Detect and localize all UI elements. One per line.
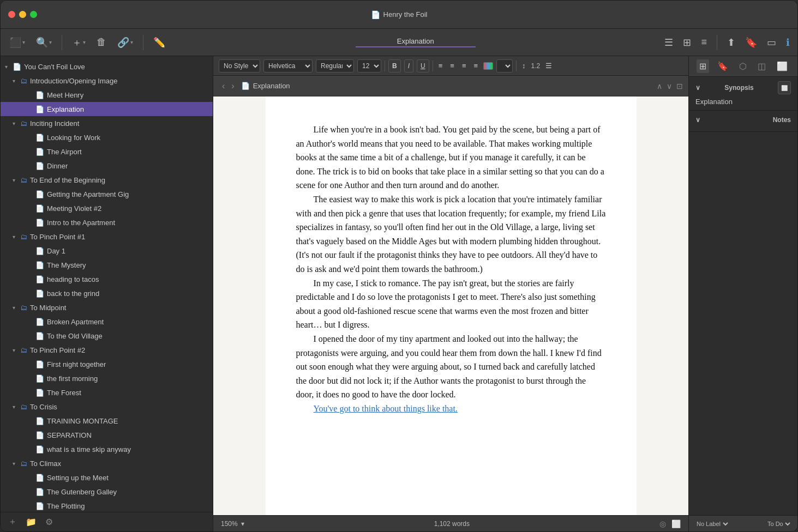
scrivenings-icon: ☰: [664, 37, 673, 49]
snapshot-btn[interactable]: ▭: [765, 34, 778, 51]
sidebar-item-mystery[interactable]: ▸ 📄 The Mystery: [1, 258, 213, 272]
status-select[interactable]: To Do: [765, 520, 792, 528]
fullscreen-button[interactable]: [30, 11, 37, 18]
sidebar-item-back-to-grind[interactable]: ▸ 📄 back to the grind: [1, 286, 213, 300]
sidebar-item-meet-henry[interactable]: ▸ 📄 Meet Henry: [1, 88, 213, 102]
folder-icon: 🗂: [20, 233, 27, 241]
notes-header[interactable]: ∨ Notes: [695, 116, 791, 124]
inspector-tab-notes[interactable]: ⊞: [697, 59, 709, 73]
inspector-tab-bookmark[interactable]: 🔖: [715, 59, 731, 73]
sidebar-item-to-end-beginning[interactable]: ▾ 🗂 To End of the Beginning: [1, 173, 213, 187]
sidebar-item-introduction[interactable]: ▾ 🗂 Introduction/Opening Image: [1, 74, 213, 88]
sidebar-item-intro-apt[interactable]: ▸ 📄 Intro to the Apartment: [1, 215, 213, 229]
sidebar-item-heading-tacos[interactable]: ▸ 📄 heading to tacos: [1, 272, 213, 286]
sidebar-item-broken-apt[interactable]: ▸ 📄 Broken Apartment: [1, 315, 213, 329]
sidebar-item-first-morning[interactable]: ▸ 📄 the first morning: [1, 371, 213, 385]
layout-icon[interactable]: ⬜: [671, 519, 681, 528]
sidebar-item-setting-up-meet[interactable]: ▸ 📄 Setting up the Meet: [1, 470, 213, 485]
folder-icon: 🗂: [20, 176, 27, 184]
sidebar-item-to-climax[interactable]: ▾ 🗂 To Climax: [1, 456, 213, 470]
title-doc-icon: 📄: [371, 10, 380, 19]
view-scrivenings-btn[interactable]: ☰: [662, 34, 675, 51]
sidebar-item-to-crisis[interactable]: ▾ 🗂 To Crisis: [1, 400, 213, 414]
underline-button[interactable]: U: [417, 59, 429, 72]
binder-button[interactable]: ⬛ ▾: [6, 34, 28, 51]
share-btn[interactable]: ⬆: [725, 34, 737, 51]
sidebar-item-gutenberg-galley[interactable]: ▸ 📄 The Gutenberg Galley: [1, 485, 213, 499]
sidebar-item-the-airport[interactable]: ▸ 📄 The Airport: [1, 144, 213, 159]
nav-split-button[interactable]: ⊡: [676, 82, 683, 90]
paragraph-1: Life when you're in a book isn't bad. Yo…: [296, 123, 606, 192]
corkboard-icon: ⊞: [683, 37, 691, 49]
sidebar-item-explanation[interactable]: ▸ 📄 Explanation: [1, 102, 213, 116]
color-swatch[interactable]: [483, 62, 493, 70]
align-justify-button[interactable]: ≡: [471, 61, 480, 71]
inspector-tab-snapshots[interactable]: ◫: [755, 59, 769, 73]
nav-down-button[interactable]: ∨: [667, 82, 672, 90]
color-select[interactable]: [496, 59, 513, 72]
sidebar-item-meeting-violet[interactable]: ▸ 📄 Meeting Violet #2: [1, 201, 213, 215]
view-outline-btn[interactable]: ≡: [699, 34, 709, 50]
add-button[interactable]: ＋ ▾: [69, 34, 89, 51]
synopsis-image-placeholder[interactable]: ⬜: [778, 81, 791, 94]
info-btn[interactable]: ℹ: [784, 34, 792, 51]
document-title-input[interactable]: [356, 37, 476, 47]
add-folder-button[interactable]: 📁: [23, 516, 39, 528]
sidebar-item-time-skip[interactable]: ▸ 📄 what is a time skip anyway: [1, 442, 213, 456]
close-button[interactable]: [8, 11, 15, 18]
align-center-button[interactable]: ≡: [448, 61, 457, 71]
sidebar-label: back to the grind: [47, 289, 207, 298]
delete-button[interactable]: 🗑: [93, 34, 110, 50]
inspector-tab-links[interactable]: ⬡: [736, 59, 749, 73]
nav-back-button[interactable]: ‹: [219, 80, 228, 92]
sidebar-item-looking-for-work[interactable]: ▸ 📄 Looking for Work: [1, 130, 213, 144]
sidebar-item-to-midpoint[interactable]: ▾ 🗂 To Midpoint: [1, 300, 213, 315]
add-scene-button[interactable]: ＋: [6, 515, 19, 529]
folder-icon: 🗂: [20, 460, 27, 468]
sidebar-item-first-night[interactable]: ▸ 📄 First night together: [1, 357, 213, 371]
align-left-button[interactable]: ≡: [436, 61, 445, 71]
sidebar-item-training-montage[interactable]: ▸ 📄 TRAINING MONTAGE: [1, 414, 213, 428]
style-select[interactable]: No Style: [219, 59, 260, 72]
link-button[interactable]: 🔗 ▾: [114, 34, 136, 51]
sidebar-item-dinner[interactable]: ▸ 📄 Dinner: [1, 159, 213, 173]
line-spacing-button[interactable]: ↕: [520, 61, 528, 71]
font-select[interactable]: Helvetica: [263, 59, 313, 72]
sidebar-item-inciting-incident[interactable]: ▾ 🗂 Inciting Incident: [1, 116, 213, 130]
editor-content-area[interactable]: Life when you're in a book isn't bad. Yo…: [213, 96, 688, 515]
sidebar-item-getting-apt-gig[interactable]: ▸ 📄 Getting the Apartment Gig: [1, 187, 213, 201]
bold-button[interactable]: B: [388, 59, 401, 72]
label-select[interactable]: No Label: [694, 520, 730, 528]
outline-icon: ≡: [701, 37, 707, 48]
sidebar-item-day-1[interactable]: ▸ 📄 Day 1: [1, 244, 213, 258]
target-icon[interactable]: ◎: [659, 519, 666, 528]
doc-icon: 📄: [35, 445, 44, 454]
minimize-button[interactable]: [19, 11, 26, 18]
synopsis-header[interactable]: ∨ Synopsis ⬜: [695, 81, 791, 94]
sidebar-item-the-plotting[interactable]: ▸ 📄 The Plotting: [1, 499, 213, 512]
doc-hyperlink[interactable]: You've got to think about things like th…: [314, 404, 458, 413]
size-select[interactable]: 12: [357, 59, 381, 72]
sidebar-label: what is a time skip anyway: [47, 445, 207, 454]
inspector-tab-comments[interactable]: ⬜: [774, 59, 790, 73]
search-button[interactable]: 🔍 ▾: [33, 34, 55, 51]
sidebar-item-to-pinch-1[interactable]: ▾ 🗂 To Pinch Point #1: [1, 229, 213, 244]
bookmark-btn[interactable]: 🔖: [743, 34, 759, 51]
view-corkboard-btn[interactable]: ⊞: [681, 34, 693, 51]
doc-icon: 📄: [35, 190, 44, 198]
nav-forward-button[interactable]: ›: [228, 80, 237, 92]
sidebar-item-root[interactable]: ▾ 📄 You Can't Foil Love: [1, 59, 213, 74]
arrow-icon: ▾: [13, 234, 20, 240]
sidebar-item-the-forest[interactable]: ▸ 📄 The Forest: [1, 385, 213, 400]
weight-select[interactable]: Regular: [316, 59, 354, 72]
edit-button[interactable]: ✏️: [150, 34, 169, 51]
nav-up-button[interactable]: ∧: [657, 82, 662, 90]
sidebar-label: Introduction/Opening Image: [30, 77, 207, 85]
italic-button[interactable]: I: [404, 59, 413, 72]
sidebar-item-separation[interactable]: ▸ 📄 SEPARATION: [1, 428, 213, 442]
sidebar-item-old-village[interactable]: ▸ 📄 To the Old Village: [1, 329, 213, 343]
list-button[interactable]: ☰: [543, 61, 554, 71]
sidebar-item-to-pinch-2[interactable]: ▾ 🗂 To Pinch Point #2: [1, 343, 213, 357]
align-right-button[interactable]: ≡: [460, 61, 469, 71]
sidebar-options-button[interactable]: ⚙: [43, 516, 55, 528]
